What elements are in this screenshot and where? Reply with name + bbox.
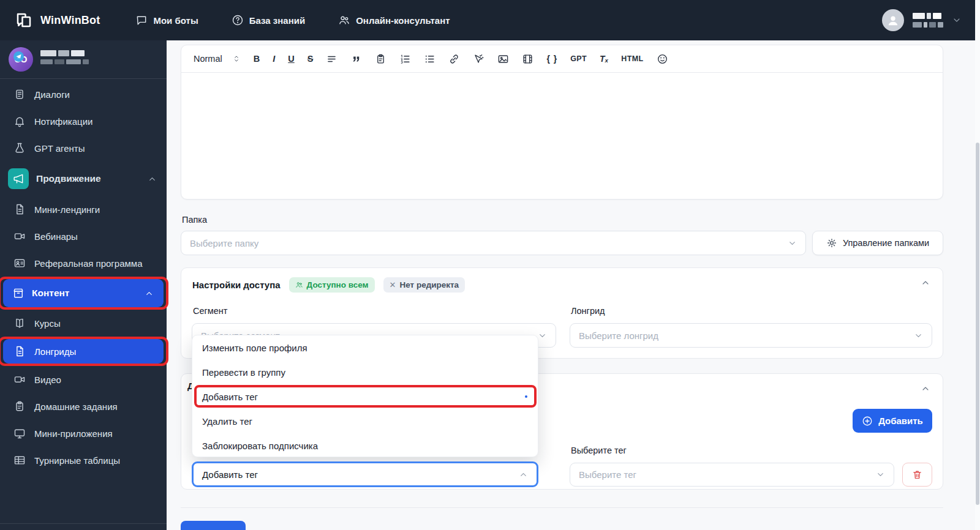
- public-access-badge: Доступно всем: [289, 277, 375, 293]
- page-scrollbar[interactable]: [975, 0, 980, 530]
- top-navbar: WinWinBot Мои ботыБаза знанийОнлайн-конс…: [0, 0, 975, 40]
- manage-folders-label: Управление папками: [843, 238, 929, 248]
- video-icon: [13, 373, 26, 386]
- plus-circle-icon: [862, 416, 873, 427]
- person-icon: [886, 13, 900, 27]
- sidebar-item[interactable]: Курсы: [0, 310, 167, 337]
- code-button[interactable]: { }: [546, 54, 557, 64]
- tag-select[interactable]: Выберите тег: [570, 463, 894, 487]
- chevron-down-icon[interactable]: [952, 15, 962, 25]
- sidebar-divider: [0, 78, 167, 79]
- sidebar-item[interactable]: Нотификации: [0, 108, 167, 135]
- sidebar-user-block[interactable]: CO: [0, 40, 167, 78]
- link-button[interactable]: [448, 53, 460, 65]
- dropdown-option[interactable]: Изменить поле профиля: [192, 335, 538, 360]
- sidebar-item-label: Контент: [32, 288, 69, 299]
- sidebar-item[interactable]: GPT агенты: [0, 135, 167, 162]
- emoji-button[interactable]: [657, 53, 668, 65]
- dropdown-option[interactable]: Добавить тег: [192, 384, 538, 409]
- sidebar-item[interactable]: Вебинары: [0, 223, 167, 250]
- magic-icon: [473, 53, 484, 65]
- italic-button[interactable]: I: [273, 54, 275, 64]
- dropdown-option-label: Добавить тег: [202, 392, 258, 402]
- video-icon: [13, 230, 26, 242]
- scrollbar-thumb[interactable]: [976, 143, 979, 505]
- dropdown-option[interactable]: Удалить тег: [192, 409, 538, 433]
- sidebar-item-label: Турнирные таблицы: [34, 455, 120, 466]
- add-button[interactable]: Добавить: [853, 409, 932, 433]
- bell-icon: [13, 115, 26, 127]
- collapse-section-icon[interactable]: [921, 384, 930, 394]
- sidebar-item-label: Лонгриды: [34, 346, 76, 357]
- gpt-button[interactable]: GPT: [570, 54, 587, 63]
- magic-button[interactable]: [473, 53, 484, 65]
- underline-button[interactable]: U: [288, 54, 294, 64]
- sidebar-item[interactable]: Видео: [0, 366, 167, 393]
- sidebar-item-label: Продвижение: [36, 173, 101, 184]
- chevron-up-icon: [145, 289, 154, 298]
- chevron-up-icon: [148, 174, 157, 184]
- doc-icon: [13, 345, 26, 357]
- sidebar-item[interactable]: Диалоги: [0, 81, 167, 108]
- ordered-list-button[interactable]: [399, 53, 411, 65]
- dropdown-option-label: Перевести в группу: [202, 367, 285, 378]
- bullet-list-button[interactable]: [424, 53, 435, 65]
- folder-select[interactable]: Выберите папку: [181, 231, 806, 255]
- winwinbot-logo-icon: [15, 11, 33, 29]
- editor-content-area[interactable]: [181, 73, 943, 200]
- chevron-down-icon: [538, 331, 547, 340]
- sidebar-item-label: Вебинары: [34, 231, 78, 242]
- action-type-select[interactable]: Добавить тег: [192, 461, 538, 487]
- longread-select[interactable]: Выберите лонгрид: [570, 323, 932, 348]
- user-menu[interactable]: [882, 0, 962, 40]
- blockquote-button[interactable]: [350, 53, 362, 65]
- sidebar: CO ДиалогиНотификацииGPT агентыПродвижен…: [0, 40, 167, 530]
- add-button-label: Добавить: [878, 416, 923, 426]
- dropdown-option[interactable]: Заблокировать подписчика: [192, 433, 538, 458]
- longread-label: Лонгрид: [571, 306, 605, 316]
- brand-name: WinWinBot: [40, 14, 100, 27]
- people-icon: [338, 14, 350, 26]
- manage-folders-button[interactable]: Управление папками: [812, 231, 943, 255]
- longread-placeholder: Выберите лонгрид: [579, 330, 658, 341]
- app-window: WinWinBot Мои ботыБаза знанийОнлайн-конс…: [0, 0, 980, 530]
- sidebar-item[interactable]: Турнирные таблицы: [0, 447, 167, 474]
- access-settings-title: Настройки доступа: [192, 280, 281, 290]
- monitor-icon: [13, 427, 26, 439]
- sidebar-item[interactable]: Мини-лендинги: [0, 196, 167, 223]
- nav-item-help[interactable]: База знаний: [232, 14, 305, 26]
- image-button[interactable]: [497, 53, 509, 65]
- access-settings-header: Настройки доступа Доступно всем ✕ Нет ре…: [181, 268, 943, 293]
- delete-action-button[interactable]: [902, 463, 932, 487]
- brand[interactable]: WinWinBot: [15, 11, 100, 29]
- video-button[interactable]: [522, 53, 533, 65]
- tag-label: Выберите тег: [571, 446, 627, 455]
- sidebar-item-label: Нотификации: [34, 116, 92, 127]
- strikethrough-button[interactable]: S: [307, 54, 314, 64]
- sidebar-item[interactable]: Реферальная программа: [0, 250, 167, 277]
- paste-button[interactable]: [375, 53, 386, 65]
- sidebar-item[interactable]: Лонгриды: [3, 339, 164, 364]
- html-button[interactable]: HTML: [621, 54, 643, 63]
- nav-item-chat[interactable]: Мои боты: [135, 14, 198, 26]
- avatar[interactable]: [882, 9, 904, 31]
- quote-icon: [350, 53, 362, 65]
- save-button[interactable]: [181, 521, 246, 530]
- clear-format-button[interactable]: Tₓ: [600, 54, 608, 64]
- nav-item-people[interactable]: Онлайн-консультант: [338, 14, 450, 26]
- align-button[interactable]: [326, 53, 337, 65]
- bold-button[interactable]: B: [254, 54, 260, 64]
- help-icon: [232, 14, 244, 26]
- sidebar-item-label: Мини-лендинги: [34, 204, 100, 215]
- sidebar-item[interactable]: Мини-приложения: [0, 420, 167, 447]
- paragraph-style-select[interactable]: Normal: [194, 54, 241, 64]
- chat-icon: [135, 14, 148, 26]
- dropdown-option[interactable]: Перевести в группу: [192, 360, 538, 384]
- collapse-section-icon[interactable]: [921, 278, 930, 288]
- sidebar-item[interactable]: Контент: [3, 279, 164, 307]
- sidebar-item-label: Домашние задания: [34, 401, 118, 412]
- sidebar-item[interactable]: Продвижение: [0, 162, 167, 196]
- chevron-down-icon: [914, 331, 923, 340]
- sidebar-menu: ДиалогиНотификацииGPT агентыПродвижениеМ…: [0, 81, 167, 474]
- sidebar-item[interactable]: Домашние задания: [0, 393, 167, 420]
